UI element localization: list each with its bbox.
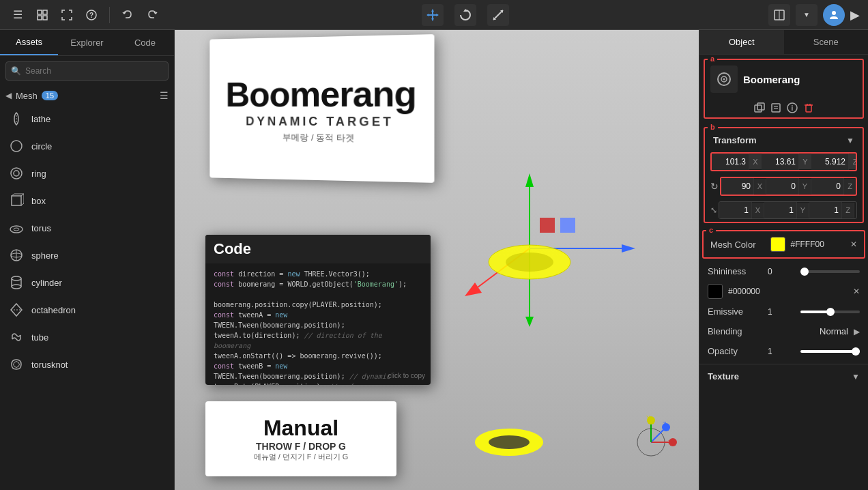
copy-button[interactable] — [769, 101, 783, 115]
list-item[interactable]: sphere — [0, 242, 174, 269]
tab-object[interactable]: Object — [699, 30, 784, 54]
list-item[interactable]: lathe — [0, 105, 174, 132]
emissive-swatch[interactable] — [708, 284, 723, 299]
menu-button[interactable]: ☰ — [8, 5, 27, 25]
blending-label: Blending — [708, 326, 814, 336]
viewport-canvas[interactable]: Boomerang DYNAMIC TARGET 부메랑 / 동적 타겟 Cod… — [175, 30, 699, 490]
rotation-inputs: X Y Z — [720, 177, 857, 196]
position-x-label: X — [749, 154, 762, 169]
code-panel: Code const direction = new THREE.Vector3… — [205, 235, 431, 385]
redo-button[interactable] — [143, 5, 162, 25]
svg-rect-72 — [772, 104, 780, 112]
profile-button[interactable] — [823, 4, 845, 26]
scale-x-input[interactable] — [719, 202, 752, 218]
fullscreen-button[interactable] — [57, 5, 76, 25]
rotation-z-input[interactable] — [811, 178, 844, 194]
list-item[interactable]: torus — [0, 214, 174, 242]
list-item[interactable]: circle — [0, 132, 174, 160]
scale-icon — [492, 9, 504, 21]
svg-point-29 — [10, 226, 23, 233]
layout-button[interactable] — [33, 5, 52, 25]
color-clear-button[interactable]: ✕ — [850, 240, 857, 249]
opacity-row: Opacity 1 — [699, 341, 868, 361]
emissive-slider[interactable] — [800, 311, 860, 313]
position-row: X Y Z — [705, 149, 863, 174]
svg-point-37 — [12, 285, 21, 289]
texture-header[interactable]: Texture ▼ — [699, 364, 868, 386]
mesh-color-swatch[interactable] — [770, 237, 785, 252]
mesh-section-toggle[interactable]: ◀ Mesh 15 — [5, 91, 58, 101]
torusknot-icon — [8, 356, 25, 373]
scale-z-input[interactable] — [809, 202, 842, 218]
emissive-clear-button[interactable]: ✕ — [853, 287, 860, 296]
delete-button[interactable] — [802, 101, 815, 115]
tube-label: tube — [31, 332, 48, 343]
scale-row: ⤡ X Y Z — [705, 199, 863, 222]
blending-row[interactable]: Blending Normal ▶ — [699, 321, 868, 341]
undo-button[interactable] — [118, 5, 137, 25]
tab-scene[interactable]: Scene — [784, 30, 869, 54]
position-z-input[interactable] — [811, 154, 849, 170]
code-line: boomerang.position.copy(PLAYER.position)… — [214, 300, 422, 310]
svg-marker-43 — [525, 173, 534, 187]
list-item[interactable]: tube — [0, 323, 174, 351]
sign-subtitle: DYNAMIC TARGET — [246, 114, 394, 129]
sidebar-tabs: Assets Explorer Code — [0, 30, 174, 56]
rotation-x-input[interactable] — [721, 178, 754, 194]
menu-icon: ☰ — [13, 8, 23, 21]
transform-section: b Transform ▼ X Y Z ↻ — [704, 127, 864, 223]
list-item[interactable]: torusknot — [0, 351, 174, 378]
code-line: tweenB.to(PLAYER.position); // reference — [214, 381, 422, 385]
transform-header[interactable]: Transform ▼ — [705, 128, 863, 149]
layout-dropdown-button[interactable]: ▼ — [796, 4, 818, 26]
scale-y-input[interactable] — [764, 202, 797, 218]
svg-marker-10 — [426, 14, 429, 16]
list-item[interactable]: cylinder — [0, 269, 174, 296]
tab-code[interactable]: Code — [116, 30, 174, 55]
main-layout: Assets Explorer Code 🔍 ◀ Mesh 15 ☰ — [0, 30, 868, 490]
object-icon — [710, 66, 738, 93]
svg-rect-70 — [755, 105, 762, 112]
opacity-slider[interactable] — [800, 350, 860, 353]
tab-assets[interactable]: Assets — [0, 30, 58, 55]
sign-title: Boomerang — [226, 72, 416, 115]
tab-explorer[interactable]: Explorer — [58, 30, 116, 55]
position-x-input[interactable] — [712, 154, 749, 170]
svg-point-56 — [489, 435, 530, 449]
layout-icon — [37, 10, 48, 20]
position-y-input[interactable] — [762, 154, 799, 170]
emissive-color-value: #000000 — [728, 287, 848, 296]
list-item[interactable]: octahedron — [0, 296, 174, 323]
move-tool-button[interactable] — [422, 4, 444, 26]
play-button[interactable]: ▶ — [850, 8, 860, 23]
copy-button[interactable]: click to copy — [388, 372, 425, 379]
search-icon: 🔍 — [11, 66, 21, 76]
search-input[interactable] — [5, 61, 169, 81]
object-name-input[interactable] — [743, 74, 868, 85]
list-view-icon[interactable]: ☰ — [160, 90, 169, 101]
ring-icon — [8, 165, 25, 182]
info-button[interactable]: i — [785, 101, 799, 115]
rotation-row: ↻ X Y Z — [705, 174, 863, 199]
scale-tool-button[interactable] — [487, 4, 509, 26]
rotation-y-input[interactable] — [766, 178, 799, 194]
shininess-slider[interactable] — [800, 270, 860, 273]
chevron-down-icon: ▼ — [803, 11, 810, 18]
list-item[interactable]: box — [0, 187, 174, 214]
tube-icon — [8, 329, 25, 345]
scale-icon: ⤡ — [710, 205, 717, 215]
rotate-tool-button[interactable] — [454, 4, 476, 26]
duplicate-button[interactable] — [753, 101, 766, 115]
manual-subtitle: THROW F / DROP G — [256, 441, 346, 452]
layout-toggle-button[interactable] — [768, 4, 790, 26]
rotation-icon: ↻ — [710, 181, 719, 192]
list-item[interactable]: ring — [0, 160, 174, 187]
svg-rect-52 — [560, 218, 575, 233]
code-line: tweenA.onStart(() => boomerang.revive())… — [214, 351, 422, 361]
svg-marker-9 — [431, 18, 434, 21]
cylinder-icon — [8, 274, 25, 291]
right-panel: Object Scene a i — [699, 30, 868, 490]
svg-text:i: i — [791, 104, 793, 112]
section-c-label: c — [706, 226, 716, 234]
help-button[interactable]: ? — [82, 5, 101, 25]
